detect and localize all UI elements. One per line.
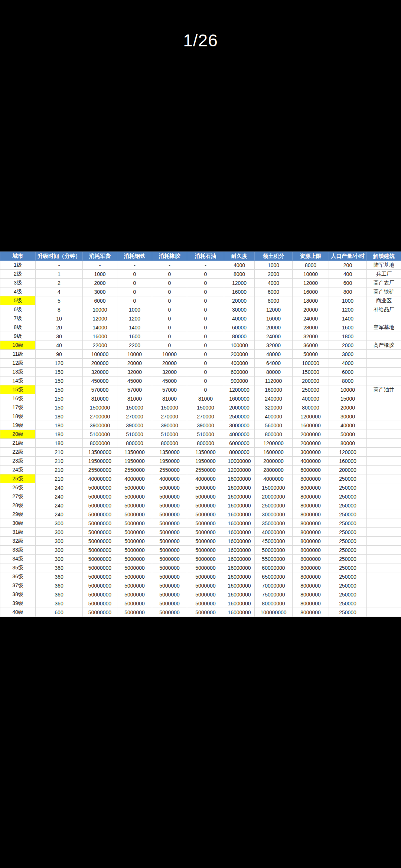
value-cell: 150000: [117, 403, 152, 412]
value-cell: 5000000: [152, 555, 187, 563]
value-cell: 1600000: [255, 448, 293, 457]
value-cell: 5000000: [117, 608, 152, 617]
table-row: 24级2102550000025500002550000255000012000…: [0, 466, 401, 474]
value-cell: 50000000: [83, 519, 117, 528]
value-cell: 510000: [152, 430, 187, 439]
value-cell: 8000000: [293, 492, 329, 501]
value-cell: 50000000: [83, 528, 117, 537]
value-cell: 300: [36, 528, 83, 537]
level-cell: 5级: [0, 296, 36, 305]
value-cell: 5000000: [187, 510, 224, 519]
value-cell: 12000000: [224, 466, 255, 474]
value-cell: 5000000: [187, 519, 224, 528]
value-cell: 4000000: [224, 430, 255, 439]
building-cell: [367, 332, 401, 341]
value-cell: 1950000: [152, 457, 187, 466]
value-cell: 360: [36, 572, 83, 581]
value-cell: 20: [36, 323, 83, 332]
value-cell: 20000: [152, 359, 187, 368]
value-cell: 5000000: [152, 608, 187, 617]
value-cell: 40: [36, 341, 83, 350]
value-cell: 1800: [329, 332, 367, 341]
value-cell: 25000000: [255, 501, 293, 510]
value-cell: 10000: [152, 350, 187, 359]
value-cell: 2500000: [224, 412, 255, 421]
value-cell: 0: [187, 350, 224, 359]
value-cell: 2550000: [152, 466, 187, 474]
value-cell: 16000000: [224, 492, 255, 501]
value-cell: 390000: [152, 421, 187, 430]
value-cell: 50000000: [83, 590, 117, 599]
value-cell: 10000: [117, 350, 152, 359]
value-cell: 5000000: [187, 590, 224, 599]
value-cell: 4000: [329, 359, 367, 368]
value-cell: 2000: [329, 341, 367, 350]
value-cell: 250000: [293, 385, 329, 394]
value-cell: 20000000: [255, 492, 293, 501]
building-cell: 商业区: [367, 296, 401, 305]
value-cell: 0: [152, 323, 187, 332]
value-cell: 50000: [293, 350, 329, 359]
value-cell: 30: [36, 332, 83, 341]
value-cell: 8000000: [293, 546, 329, 555]
building-cell: 空军基地: [367, 323, 401, 332]
value-cell: 24000: [293, 314, 329, 323]
value-cell: 2800000: [255, 466, 293, 474]
table-row: 39级3605000000050000005000000500000016000…: [0, 599, 401, 608]
value-cell: 6000000: [224, 439, 255, 448]
value-cell: 0: [187, 359, 224, 368]
value-cell: 8: [36, 305, 83, 314]
level-cell: 18级: [0, 412, 36, 421]
value-cell: 5000000: [152, 581, 187, 590]
city-upgrade-table: 城市升级时间（分钟）消耗军费消耗钢铁消耗橡胶消耗石油耐久度领土积分资源上限人口产…: [0, 251, 401, 617]
value-cell: 250000: [329, 555, 367, 563]
value-cell: 240000: [255, 394, 293, 403]
value-cell: 200000: [224, 350, 255, 359]
value-cell: 0: [152, 305, 187, 314]
value-cell: 5000000: [117, 572, 152, 581]
value-cell: 210: [36, 466, 83, 474]
building-cell: [367, 510, 401, 519]
value-cell: 900000: [224, 377, 255, 385]
value-cell: 16000000: [224, 474, 255, 483]
table-row: 22级2101350000013500001350000135000080000…: [0, 448, 401, 457]
value-cell: 40000000: [83, 474, 117, 483]
value-cell: 8000000: [293, 519, 329, 528]
value-cell: 5000000: [152, 483, 187, 492]
value-cell: 8000000: [224, 448, 255, 457]
value-cell: 250000: [329, 483, 367, 492]
building-cell: 高产铁矿: [367, 287, 401, 296]
value-cell: 0: [187, 377, 224, 385]
value-cell: 24000: [255, 332, 293, 341]
value-cell: 112000: [255, 377, 293, 385]
building-cell: [367, 394, 401, 403]
value-cell: 35000000: [255, 519, 293, 528]
value-cell: 8000000: [293, 474, 329, 483]
value-cell: 5000000: [152, 563, 187, 572]
value-cell: 5: [36, 296, 83, 305]
value-cell: 0: [187, 368, 224, 377]
value-cell: 5000000: [117, 581, 152, 590]
value-cell: 80000: [255, 368, 293, 377]
value-cell: 5000000: [187, 608, 224, 617]
value-cell: 14000: [83, 323, 117, 332]
value-cell: 8000000: [293, 599, 329, 608]
value-cell: 250000: [329, 492, 367, 501]
column-header: 升级时间（分钟）: [36, 252, 83, 261]
table-row: 25级2104000000040000004000000400000016000…: [0, 474, 401, 483]
level-cell: 7级: [0, 314, 36, 323]
value-cell: 2700000: [83, 412, 117, 421]
value-cell: 5000000: [187, 501, 224, 510]
value-cell: 1400: [329, 314, 367, 323]
value-cell: 50000: [329, 430, 367, 439]
value-cell: 0: [187, 385, 224, 394]
table-image[interactable]: 城市升级时间（分钟）消耗军费消耗钢铁消耗橡胶消耗石油耐久度领土积分资源上限人口产…: [0, 251, 401, 617]
value-cell: 150: [36, 368, 83, 377]
value-cell: 250000: [329, 510, 367, 519]
value-cell: 5000000: [187, 537, 224, 546]
value-cell: 16000000: [224, 519, 255, 528]
value-cell: 5000000: [152, 599, 187, 608]
table-row: 12级1202000002000020000040000064000100000…: [0, 359, 401, 368]
value-cell: 120: [36, 359, 83, 368]
value-cell: 16000: [224, 287, 255, 296]
